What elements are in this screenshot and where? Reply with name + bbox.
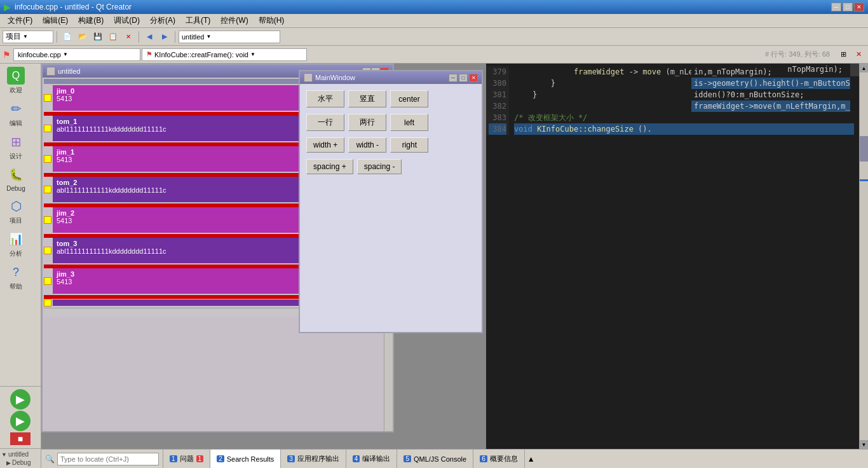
- selection-handle-tom4: [44, 299, 51, 306]
- menu-help[interactable]: 帮助(H): [254, 14, 290, 27]
- tab-1-num: 1: [170, 455, 177, 462]
- tab-qml-console[interactable]: 5 QML/JS Console: [397, 450, 473, 468]
- tab-search-results-label: Search Results: [227, 455, 275, 463]
- maximize-button[interactable]: □: [843, 3, 853, 11]
- close-file-button[interactable]: ✕: [121, 30, 135, 44]
- function-icon: ⚑: [146, 50, 153, 59]
- right-scrollbar-thumb[interactable]: [850, 64, 859, 76]
- selection-handle-jim3: [44, 277, 51, 285]
- menu-widgets[interactable]: 控件(W): [215, 14, 253, 27]
- tabs-more-icon: ▲: [527, 455, 535, 464]
- tab-compile-output[interactable]: 4 编译输出: [346, 450, 398, 468]
- open-button[interactable]: 📂: [76, 30, 90, 44]
- tab-5-num: 5: [403, 455, 411, 462]
- analyze-icon: 📊: [6, 229, 26, 249]
- tab-issues[interactable]: 1 问题 1: [163, 450, 210, 468]
- tab-summary-label: 概要信息: [490, 454, 518, 464]
- sidebar-item-design[interactable]: ⊞ 设计: [0, 130, 32, 163]
- btn-vertical[interactable]: 竖直: [348, 90, 386, 107]
- split-button[interactable]: ⊞: [836, 48, 850, 62]
- file-path-dropdown[interactable]: untitled ▼: [179, 31, 280, 43]
- tab-app-output[interactable]: 3 应用程序输出: [281, 450, 346, 468]
- btn-center[interactable]: center: [390, 90, 428, 107]
- scroll-up-btn[interactable]: ▲: [860, 64, 868, 72]
- btn-two-rows[interactable]: 两行: [348, 114, 386, 131]
- code-text-379: [514, 67, 569, 76]
- menu-file[interactable]: 文件(F): [3, 14, 37, 27]
- scroll-position-indicator: [860, 179, 868, 181]
- scroll-thumb[interactable]: [860, 136, 868, 162]
- function-tab[interactable]: ⚑ KInfoCube::creatFrame(): void ▼: [142, 48, 307, 61]
- ntopmargin-snippet: nTopMargin);: [783, 64, 846, 75]
- editor-vscrollbar[interactable]: ▲ ▼: [859, 64, 868, 449]
- new-file-button[interactable]: 📄: [60, 30, 74, 44]
- bookmark-icon: ⚑: [3, 50, 11, 60]
- minimize-button[interactable]: ─: [831, 3, 841, 11]
- tab-compile-output-label: 编译输出: [362, 454, 390, 464]
- sidebar-item-project[interactable]: ⬡ 项目: [0, 194, 32, 227]
- menu-debug[interactable]: 调试(D): [109, 14, 145, 27]
- menu-analyze[interactable]: 分析(A): [145, 14, 180, 27]
- toolbar-sep-1: [57, 31, 57, 43]
- breadcrumb-bar: ⚑ kinfocube.cpp ▼ ⚑ KInfoCube::creatFram…: [0, 46, 868, 64]
- btn-horizontal[interactable]: 水平: [306, 90, 344, 107]
- dialog-minimize-btn[interactable]: ─: [449, 74, 458, 82]
- dialog-close-btn[interactable]: ✕: [469, 74, 478, 82]
- overlay-line-2: is->geometry().height()-m_nButtonSize-m_…: [691, 78, 850, 89]
- edit-label: 编辑: [10, 119, 22, 128]
- forward-button[interactable]: ▶: [158, 30, 172, 44]
- code-fn2-379: move: [642, 67, 661, 76]
- tabs-more-btn[interactable]: ▲: [525, 450, 538, 468]
- menu-edit[interactable]: 编辑(E): [37, 14, 73, 27]
- right-margin-scrollbar[interactable]: [850, 64, 859, 76]
- menu-tools[interactable]: 工具(T): [180, 14, 215, 27]
- tab-2-num: 2: [217, 455, 224, 462]
- run-button[interactable]: ▶: [10, 389, 31, 410]
- overlay-line-4: frameWidget->move(m_nLeftMargin,m_nTopMa…: [691, 100, 850, 112]
- selection-handle-tom1: [44, 125, 51, 132]
- menu-build[interactable]: 构建(B): [73, 14, 109, 27]
- btn-one-row[interactable]: 一行: [306, 114, 344, 131]
- sidebar-item-analyze[interactable]: 📊 分析: [0, 227, 32, 260]
- back-button[interactable]: ◀: [142, 30, 156, 44]
- locate-input[interactable]: [57, 453, 159, 465]
- bottom-panel: 🔍 1 问题 1 2 Search Results 3 应用程: [41, 449, 868, 468]
- stop-button[interactable]: ■: [10, 432, 31, 445]
- btn-right[interactable]: right: [390, 137, 428, 153]
- title-bar-buttons: ─ □ ✕: [831, 3, 864, 11]
- sidebar-item-edit[interactable]: ✏ 编辑: [0, 97, 32, 130]
- btn-spacing-plus[interactable]: spacing +: [306, 159, 353, 174]
- tab-3-num: 3: [287, 455, 295, 462]
- editor-region: untitled ─ □ ✕: [41, 64, 868, 449]
- sidebar-item-debug[interactable]: 🐛 Debug: [0, 163, 32, 194]
- tab-search-results[interactable]: 2 Search Results: [210, 450, 281, 468]
- tree-item-untitled[interactable]: ▼ untitled: [1, 450, 39, 458]
- center-content: untitled ─ □ ✕: [41, 64, 868, 468]
- app-icon: ▶: [4, 2, 11, 12]
- save-all-button[interactable]: 📋: [106, 30, 120, 44]
- project-dropdown[interactable]: 项目 ▼: [3, 31, 53, 43]
- btn-width-minus[interactable]: width -: [348, 137, 386, 153]
- save-button[interactable]: 💾: [91, 30, 105, 44]
- line-381: 381: [489, 89, 506, 100]
- edit-icon: ✏: [6, 99, 26, 119]
- close-button[interactable]: ✕: [854, 3, 864, 11]
- dialog-title-text: MainWindow: [315, 74, 447, 81]
- dialog-content: 水平 竖直 center 一行 两行 left: [300, 84, 482, 332]
- sidebar-item-help[interactable]: ? 帮助: [0, 260, 32, 293]
- bottom-tabs: 1 问题 1 2 Search Results 3 应用程序输出 4 编译输: [163, 450, 538, 468]
- cpp-file-tab[interactable]: kinfocube.cpp ▼: [13, 48, 140, 61]
- tab-summary[interactable]: 6 概要信息: [473, 450, 525, 468]
- tab-qml-console-label: QML/JS Console: [414, 455, 466, 463]
- btn-spacing-minus[interactable]: spacing -: [357, 159, 402, 174]
- btn-width-plus[interactable]: width +: [306, 137, 344, 153]
- code-kw-384: void: [514, 125, 532, 134]
- btn-left[interactable]: left: [390, 114, 428, 131]
- tree-item-debug[interactable]: ▶ Debug: [1, 458, 39, 467]
- debug-run-button[interactable]: ▶: [10, 411, 31, 431]
- form-window-icon: [46, 67, 55, 76]
- close-editor-button[interactable]: ✕: [851, 48, 865, 62]
- scroll-down-btn[interactable]: ▼: [860, 440, 868, 449]
- sidebar-item-welcome[interactable]: Q 欢迎: [0, 64, 32, 97]
- dialog-maximize-btn[interactable]: □: [459, 74, 468, 82]
